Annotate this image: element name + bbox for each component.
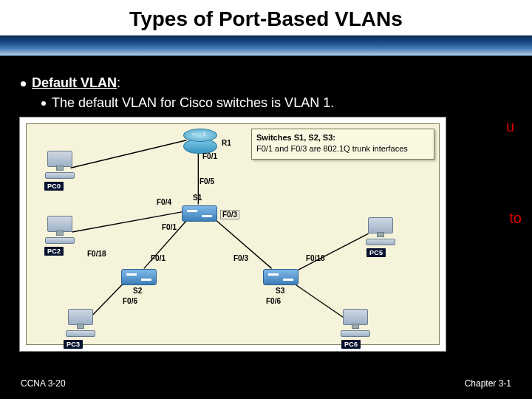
label-pc2: PC2 [44,247,64,256]
diagram-callout: Switches S1, S2, S3: F0/1 and F0/3 are 8… [251,129,434,160]
port-pc2-f018: F0/18 [87,250,106,258]
title-band-gradient [0,35,532,55]
pc-base-icon [366,239,395,245]
switch-s3 [263,269,299,285]
port-s1-f04: F0/4 [157,198,171,206]
label-s3: S3 [274,287,286,295]
pc-pc2 [44,216,75,244]
port-s2-f01: F0/1 [151,254,166,262]
pc-monitor-icon [368,217,393,233]
port-s1-f01: F0/1 [162,223,177,231]
router-r1: ↔ ↕ [183,129,217,154]
network-diagram: Switches S1, S2, S3: F0/1 and F0/3 are 8… [19,117,446,352]
router-arrow-icon: ↔ [191,130,197,137]
page-title: Types of Port-Based VLANs [0,7,532,31]
router-arrow-icon: ↕ [202,130,206,137]
pc-monitor-icon [47,151,72,167]
pc-base-icon [45,172,75,179]
pc-pc0 [44,151,75,179]
callout-line1: Switches S1, S2, S3: [256,132,429,143]
switch-s1 [182,205,217,222]
label-s1: S1 [191,194,203,202]
slide-root: Types of Port-Based VLANs Default VLAN: … [0,0,532,399]
bullet-dot-icon [21,81,26,86]
port-s3-f06: F0/6 [266,297,281,305]
port-r1-f01: F0/1 [202,152,217,160]
label-pc6: PC6 [341,340,361,349]
footer-right: Chapter 3-1 [465,378,511,389]
router-top [183,129,217,142]
footer-left: CCNA 3-20 [21,378,66,389]
port-s1-f03: F0/3 [220,210,239,219]
partial-hidden-text-to: to [509,210,522,227]
switch-s2 [121,269,157,285]
callout-line2: F0/1 and F0/3 are 802.1Q trunk interface… [256,143,429,154]
bullet-level1-suffix: : [117,75,120,90]
bullet-level1: Default VLAN: [21,75,511,91]
bullet-dot-icon [41,101,46,106]
bullet-list: Default VLAN: The default VLAN for Cisco… [21,75,511,111]
link-pc0-r1 [71,140,187,168]
label-s2: S2 [132,287,143,295]
bullet-level2: The default VLAN for Cisco switches is V… [41,95,511,111]
bullet-level2-text: The default VLAN for Cisco switches is V… [52,95,334,111]
port-s2-f06: F0/6 [123,297,137,305]
port-s3-f018: F0/18 [306,254,325,262]
label-pc5: PC5 [366,248,386,257]
pc-base-icon [45,237,75,244]
link-s3-pc5 [298,233,368,270]
pc-base-icon [66,330,95,337]
partial-hidden-text-u: u [506,118,514,135]
port-s1-f05: F0/5 [200,177,214,185]
label-pc3: PC3 [64,340,83,349]
bullet-level1-text: Default VLAN: [32,75,120,91]
pc-monitor-icon [47,216,72,232]
bullet-level1-label: Default VLAN [32,75,117,90]
pc-pc5 [365,217,396,245]
label-pc0: PC0 [44,182,64,191]
label-r1: R1 [220,139,233,147]
pc-pc6 [340,309,371,337]
port-s3-f03: F0/3 [233,254,248,262]
pc-pc3 [65,309,96,337]
diagram-canvas: Switches S1, S2, S3: F0/1 and F0/3 are 8… [26,123,440,345]
pc-base-icon [341,330,370,337]
pc-monitor-icon [68,309,93,325]
pc-monitor-icon [343,309,368,325]
title-underline [0,55,532,56]
